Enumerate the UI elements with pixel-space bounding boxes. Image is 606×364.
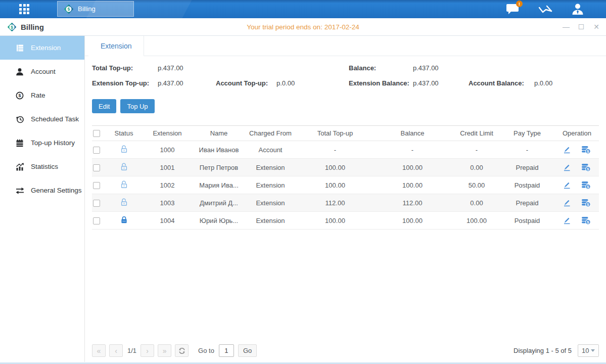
cell-name: Юрий Юрь... [196, 217, 242, 224]
row-checkbox[interactable] [93, 147, 100, 154]
cell-total-topup: - [299, 146, 371, 154]
sidebar-item-general-settings[interactable]: General Settings [0, 178, 84, 202]
cell-total-topup: 100.00 [299, 217, 371, 224]
page-indicator: 1/1 [127, 347, 136, 354]
chevron-down-icon [591, 349, 595, 352]
sidebar-item-scheduled-task[interactable]: Scheduled Task [0, 107, 84, 131]
cell-extension: 1002 [138, 181, 196, 189]
balance-label: Balance: [349, 64, 413, 72]
top-up-button[interactable]: Top Up [120, 99, 154, 113]
sidebar-item-top-up-history[interactable]: Top-up History [0, 131, 84, 155]
topup-coins-icon[interactable]: $ [581, 181, 591, 190]
sidebar-item-label: Account [31, 68, 56, 75]
cell-total-topup: 112.00 [299, 199, 371, 207]
cell-credit-limit: 50.00 [454, 181, 499, 189]
cell-charged-from: Extension [242, 181, 299, 189]
topup-coins-icon[interactable]: $ [581, 163, 591, 172]
col-extension: Extension [138, 129, 196, 137]
cell-balance: - [371, 146, 454, 154]
cell-charged-from: Extension [242, 164, 299, 171]
top-bar: $ Billing ! [0, 0, 606, 18]
extension-topup-label: Extension Top-up: [92, 79, 158, 87]
edit-pencil-icon[interactable] [563, 181, 571, 189]
topup-coins-icon[interactable]: $ [581, 146, 591, 154]
row-checkbox[interactable] [93, 182, 100, 189]
account-balance-label: Account Balance: [469, 79, 534, 87]
minimize-icon[interactable]: — [563, 23, 570, 30]
prev-page-button[interactable]: ‹ [109, 344, 123, 357]
user-account-icon[interactable] [570, 3, 586, 16]
cell-extension: 1001 [138, 164, 196, 171]
select-all-checkbox[interactable] [93, 130, 100, 137]
cell-pay-type: Prepaid [499, 199, 555, 207]
cell-charged-from: Extension [242, 217, 299, 224]
monitor-chart-icon[interactable] [537, 3, 553, 16]
balance-value: p.437.00 [413, 64, 599, 72]
goto-page-input[interactable] [219, 344, 234, 357]
col-charged-from: Charged From [242, 129, 299, 137]
window-title-bar: $ Billing Your trial period ends on: 201… [0, 18, 606, 36]
tab-extension[interactable]: Extension [88, 36, 144, 56]
apps-grid-icon[interactable] [19, 4, 34, 15]
table-header-row: Status Extension Name Charged From Total… [92, 125, 599, 141]
cell-credit-limit: - [454, 146, 499, 154]
sidebar-item-rate[interactable]: $Rate [0, 83, 84, 107]
row-checkbox[interactable] [93, 200, 100, 207]
lock-open-icon[interactable] [120, 162, 128, 171]
last-page-button[interactable]: » [158, 344, 171, 357]
sidebar-item-extension[interactable]: Extension [0, 36, 84, 60]
cell-pay-type: Postpaid [499, 217, 555, 224]
topup-coins-icon[interactable]: $ [581, 216, 591, 225]
lock-open-icon[interactable] [120, 198, 128, 206]
cell-credit-limit: 100.00 [454, 217, 499, 224]
row-checkbox[interactable] [93, 164, 100, 171]
sidebar-item-label: Extension [31, 44, 61, 52]
cell-extension: 1000 [138, 146, 196, 154]
person-icon [15, 67, 24, 76]
topup-coins-icon[interactable]: $ [581, 199, 591, 207]
maximize-icon[interactable]: ☐ [578, 23, 585, 30]
lock-open-icon[interactable] [120, 145, 128, 153]
page-size-value: 10 [582, 347, 589, 354]
notifications-chat-icon[interactable]: ! [505, 3, 521, 16]
next-page-button[interactable]: › [141, 344, 154, 357]
table-row: 1000Иван ИвановAccount----$ [92, 141, 599, 159]
edit-pencil-icon[interactable] [563, 199, 571, 207]
lock-open-icon[interactable] [120, 180, 128, 189]
cell-pay-type: - [499, 146, 555, 154]
sidebar-item-account[interactable]: Account [0, 60, 84, 83]
account-topup-label: Account Top-up: [216, 79, 276, 87]
edit-pencil-icon[interactable] [563, 216, 571, 224]
svg-text:$: $ [18, 93, 21, 98]
cell-balance: 100.00 [371, 217, 454, 224]
clock-icon [15, 115, 24, 123]
table-row: 1003Дмитрий Д...Extension112.00112.000.0… [92, 194, 599, 212]
billing-diamond-icon: $ [64, 4, 74, 14]
first-page-button[interactable]: « [92, 344, 106, 357]
notepad-icon [15, 139, 24, 147]
col-operation: Operation [555, 129, 599, 137]
row-checkbox[interactable] [93, 217, 100, 224]
cell-pay-type: Postpaid [499, 181, 555, 189]
sidebar-item-label: Statistics [31, 163, 58, 170]
taskbar-billing-tab[interactable]: $ Billing [57, 1, 134, 17]
displaying-text: Displaying 1 - 5 of 5 [514, 347, 572, 354]
cell-name: Иван Иванов [196, 146, 242, 154]
goto-label: Go to [198, 347, 214, 354]
sidebar-item-statistics[interactable]: Statistics [0, 155, 84, 178]
lock-closed-icon[interactable] [120, 215, 128, 224]
page-size-dropdown[interactable]: 10 [578, 344, 599, 357]
go-button[interactable]: Go [238, 344, 257, 357]
account-topup-value: p.0.00 [276, 79, 349, 87]
edit-button[interactable]: Edit [92, 99, 116, 113]
cell-extension: 1004 [138, 217, 196, 224]
total-topup-label: Total Top-up: [92, 64, 158, 72]
dollar-circle-icon: $ [15, 91, 24, 100]
window-title: Billing [21, 23, 44, 31]
close-icon[interactable]: ✕ [593, 23, 600, 30]
col-status: Status [109, 129, 138, 137]
cell-name: Дмитрий Д... [196, 199, 242, 207]
edit-pencil-icon[interactable] [563, 163, 571, 171]
refresh-icon[interactable] [175, 344, 189, 357]
edit-pencil-icon[interactable] [563, 146, 571, 154]
